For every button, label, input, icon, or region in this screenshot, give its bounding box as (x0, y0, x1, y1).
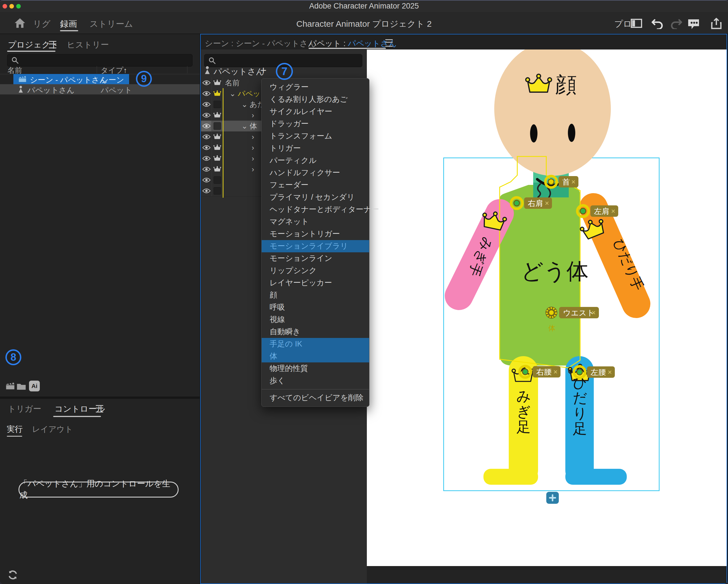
project-panel-menu-icon[interactable] (49, 41, 56, 48)
eye-icon[interactable] (201, 153, 212, 164)
menu-item-primary-secondary[interactable]: プライマリ / セカンダリ (262, 191, 369, 203)
crown-icon[interactable] (212, 110, 223, 121)
app-window: Adobe Character Animator 2025 リグ 録画 ストリー… (0, 0, 728, 584)
chevron-down-icon[interactable]: ⌄ (241, 100, 250, 109)
crown-checkbox[interactable] (213, 176, 221, 184)
eye-icon[interactable] (201, 99, 212, 110)
crown-checkbox[interactable] (213, 122, 221, 130)
new-folder-icon[interactable] (17, 382, 26, 391)
puppet-name: パペットさん (213, 66, 264, 77)
crown-icon[interactable] (212, 142, 223, 153)
crown-icon-active[interactable] (212, 88, 223, 99)
menu-item-eye-gaze[interactable]: 視線 (262, 313, 369, 326)
chevron-down-icon[interactable]: ⌄ (230, 89, 238, 98)
menu-item-cycle-layers[interactable]: サイクルレイヤー (262, 105, 369, 118)
tab-puppet-underline (309, 48, 386, 49)
eye-icon[interactable] (201, 121, 212, 131)
eye-icon[interactable] (201, 88, 212, 99)
right-eye (530, 124, 538, 143)
subtab-layout[interactable]: レイアウト (32, 424, 73, 435)
menu-item-remove-all-behaviors[interactable]: すべてのビヘイビアを削除 (262, 392, 369, 404)
chevron-right-icon[interactable]: › (252, 111, 254, 120)
refresh-icon[interactable] (7, 569, 18, 581)
menu-item-motion-lines[interactable]: モーションライン (262, 252, 369, 264)
eye-icon[interactable] (201, 77, 212, 88)
menu-item-auto-blink[interactable]: 自動瞬き (262, 326, 369, 338)
menu-item-face[interactable]: 顔 (262, 289, 369, 301)
crown-checkbox[interactable] (213, 101, 221, 108)
tab-history[interactable]: ヒストリー (67, 39, 109, 51)
chevron-right-icon[interactable]: › (252, 165, 254, 174)
menu-item-motion-library[interactable]: モーションライブラリ (262, 240, 369, 252)
svg-text:右腰: 右腰 (536, 368, 552, 376)
pro-label[interactable]: プロ (614, 18, 631, 30)
eye-icon[interactable] (201, 164, 212, 175)
menu-item-motion-trigger[interactable]: モーショントリガー (262, 228, 369, 240)
chevron-right-icon[interactable]: › (252, 143, 254, 152)
menu-item-head-body-turner[interactable]: ヘッドタナーとボディターナー (262, 203, 369, 215)
workspace-icon[interactable] (631, 19, 642, 29)
canvas-toolbar: › (367, 566, 727, 584)
table-row-scene[interactable]: シーン - パペットさん シーン (14, 74, 129, 84)
menu-item-transform[interactable]: トランスフォーム (262, 130, 369, 142)
menu-item-walk[interactable]: 歩く (262, 375, 369, 387)
crown-icon[interactable] (212, 131, 223, 142)
table-row-puppet[interactable]: パペットさん パペット (0, 84, 200, 95)
svg-text:×: × (545, 199, 549, 207)
redo-icon[interactable] (670, 18, 682, 30)
eye-icon[interactable] (201, 185, 212, 196)
left-foot-shape (565, 469, 627, 485)
menu-item-particles[interactable]: パーティクル (262, 154, 369, 167)
menu-item-physics[interactable]: 物理的性質 (262, 362, 369, 375)
eye-icon[interactable] (201, 131, 212, 142)
tab-puppet-view[interactable]: パペット : パペットさん (309, 38, 397, 49)
menu-item-magnets[interactable]: マグネット (262, 215, 369, 228)
chevron-right-icon[interactable]: › (252, 132, 254, 141)
right-leg-label: みぎ足 (516, 388, 531, 435)
subtab-perform[interactable]: 実行 (7, 424, 23, 435)
menu-item-dragger[interactable]: ドラッガー (262, 118, 369, 130)
illustrator-file-icon[interactable]: Ai (29, 381, 40, 391)
tab-triggers[interactable]: トリガー (8, 403, 41, 415)
controls-panel-menu-icon[interactable] (96, 405, 103, 412)
menu-item-lip-sync[interactable]: リップシンク (262, 264, 369, 277)
menu-item-fader[interactable]: フェーダー (262, 179, 369, 191)
crown-icon[interactable] (212, 153, 223, 164)
crown-checkbox[interactable] (213, 187, 221, 195)
project-search-input[interactable] (7, 54, 192, 67)
eye-icon[interactable] (201, 110, 212, 121)
window-title: Adobe Character Animator 2025 (0, 2, 728, 10)
menu-item-body[interactable]: 体 (262, 350, 369, 362)
svg-text:×: × (553, 368, 558, 376)
chevron-down-icon[interactable]: ⌄ (241, 122, 250, 130)
chevron-right-icon[interactable]: › (252, 154, 254, 163)
puppet-panel-menu-icon[interactable] (385, 39, 393, 47)
generate-controls-button[interactable]: 「パペットさん」用のコントロールを生成 (19, 482, 179, 498)
menu-item-breathe[interactable]: 呼吸 (262, 301, 369, 313)
menu-item-layer-picker[interactable]: レイヤーピッカー (262, 277, 369, 289)
add-behavior-button[interactable]: + (260, 64, 266, 77)
share-icon[interactable] (710, 18, 722, 31)
feedback-icon[interactable] (687, 18, 700, 31)
scene-icon (19, 75, 26, 84)
crown-icon[interactable] (212, 164, 223, 175)
crown-icon[interactable] (212, 77, 223, 88)
menu-separator (262, 389, 369, 389)
search-icon (208, 57, 216, 64)
menu-item-limb-ik[interactable]: 手足の IK (262, 338, 369, 350)
menu-item-handle-fixer[interactable]: ハンドルフィクサー (262, 167, 369, 179)
menu-item-nutcracker-jaw[interactable]: くるみ割り人形のあご (262, 93, 369, 105)
controls-panel: トリガー コントロール 実行 レイアウト 「パペットさん」用のコントロールを生成 (0, 399, 200, 584)
menu-item-triggers[interactable]: トリガー (262, 142, 369, 154)
eye-icon[interactable] (201, 175, 212, 185)
svg-text:ウエスト: ウエスト (563, 309, 595, 317)
annotation-7: 7 (276, 63, 293, 80)
eye-icon[interactable] (201, 142, 212, 153)
new-scene-icon[interactable] (6, 382, 15, 391)
undo-icon[interactable] (651, 18, 664, 30)
puppet-canvas-area[interactable]: 顔 どう体 みぎ手 ひだり手 みぎ足 ひだり足 首 × (367, 50, 727, 566)
add-handle-button[interactable] (546, 492, 559, 504)
tab-scene-view[interactable]: シーン : シーン - パペットさん (205, 38, 316, 49)
menu-item-wiggler[interactable]: ウィグラー (262, 81, 369, 93)
row-name: パペットさん (27, 85, 75, 95)
